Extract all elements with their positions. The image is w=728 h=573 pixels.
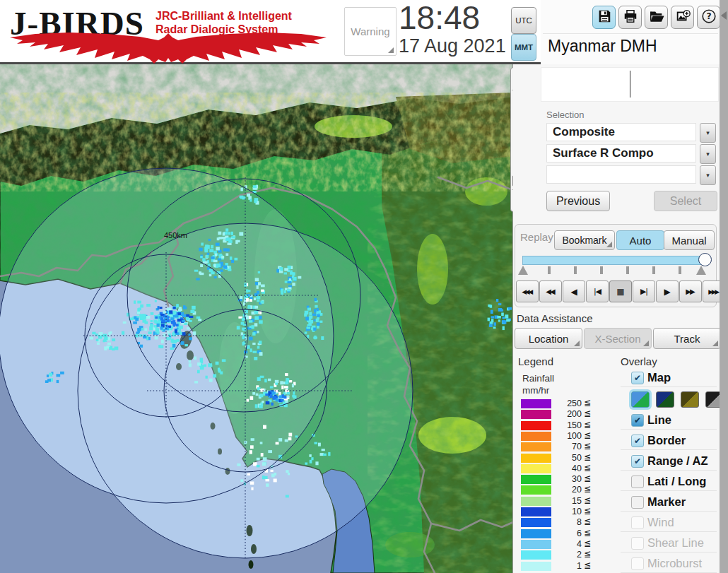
bookmark-button[interactable]: Bookmark <box>554 230 615 250</box>
checkmark-icon: ✔ <box>634 436 641 446</box>
checkmark-icon: ✔ <box>634 415 641 425</box>
step-back-icon: |◀ <box>594 287 601 296</box>
legend-value: 70 <box>552 442 582 451</box>
stop-button[interactable]: ■ <box>609 280 632 302</box>
legend-value: 1 <box>552 561 582 571</box>
overlay-item-range-az: ✔Range / AZ <box>625 454 718 470</box>
side-collapse-strip[interactable] <box>720 0 728 573</box>
legend-row: 30≦ <box>521 475 604 484</box>
radar-map[interactable]: 450km <box>0 64 513 573</box>
rew3-button[interactable]: ◀◀◀ <box>516 280 539 302</box>
help-button[interactable]: ? <box>697 6 720 29</box>
overlay-separator <box>621 552 717 553</box>
jbirds-window: 450km J-BIRDS JRC-Brilliant & Intelligen… <box>0 0 728 573</box>
fwd3-icon: ▶▶▶ <box>710 288 717 295</box>
fwd2-button[interactable]: ▶▶ <box>679 280 702 302</box>
legend-swatch <box>521 550 551 560</box>
legend-value: 150 <box>552 420 582 430</box>
print-button[interactable] <box>618 6 642 29</box>
manual-button[interactable]: Manual <box>664 230 715 250</box>
legend-operator: ≦ <box>584 452 591 462</box>
add-image-button[interactable] <box>671 6 694 29</box>
legend-swatch <box>521 497 551 506</box>
legend-operator: ≦ <box>584 408 591 418</box>
legend-row: 40≦ <box>521 464 604 473</box>
step-back-button[interactable]: |◀ <box>586 280 609 302</box>
logo-tagline-line1: JRC-Brilliant & Intelligent <box>155 9 292 23</box>
replay-slider[interactable] <box>522 256 706 265</box>
selection-dropdown-value: Surface R Compo <box>546 144 696 163</box>
lati-long-checkbox[interactable] <box>631 475 644 488</box>
slider-end-marker[interactable] <box>696 266 706 275</box>
right-panel: Selection Composite▾Surface R Compo▾▾ Pr… <box>513 64 720 573</box>
rew2-button[interactable]: ◀◀ <box>539 280 562 302</box>
legend-swatch <box>521 454 551 463</box>
legend-swatch <box>521 464 551 473</box>
dropdown-arrow-button[interactable]: ▾ <box>700 144 716 164</box>
legend-swatch <box>521 432 551 441</box>
overlay-item-border: ✔Border <box>625 434 718 449</box>
legend-operator: ≦ <box>584 420 591 430</box>
play-icon: ▶ <box>664 287 670 297</box>
legend-swatch <box>521 410 551 419</box>
overlay-item-lati-long: Lati / Long <box>625 475 718 490</box>
legend-operator: ≦ <box>584 430 591 440</box>
print-icon <box>623 8 638 27</box>
map-checkbox[interactable]: ✔ <box>631 372 644 384</box>
legend-row: 250≦ <box>521 399 604 408</box>
track-button[interactable]: Track <box>653 328 721 349</box>
legend-value: 10 <box>552 507 582 516</box>
map-style-terrain-olive-swatch[interactable] <box>681 391 699 408</box>
save-button[interactable] <box>592 6 616 29</box>
save-icon <box>597 8 612 27</box>
legend-value: 20 <box>552 485 582 495</box>
range-az-checkbox[interactable]: ✔ <box>631 455 644 468</box>
overlay-item-wind: Wind <box>625 516 718 531</box>
overlay-item-marker: Marker <box>625 495 718 511</box>
slider-start-marker[interactable] <box>518 266 528 275</box>
legend-operator: ≦ <box>584 560 591 570</box>
marker-checkbox[interactable] <box>631 496 644 509</box>
replay-slider-handle[interactable] <box>698 253 712 266</box>
warning-button[interactable]: Warning <box>344 7 397 56</box>
overlay-item-line: ✔Line <box>625 413 718 429</box>
back-button[interactable]: ◀ <box>563 280 585 302</box>
legend-operator: ≦ <box>584 495 591 505</box>
slider-tick <box>548 266 551 274</box>
map-style-row <box>625 391 718 409</box>
x-section-button[interactable]: X-Section <box>584 328 652 349</box>
border-checkbox[interactable]: ✔ <box>631 435 644 447</box>
slider-tick <box>600 266 603 274</box>
legend-value: 15 <box>552 496 582 506</box>
auto-button[interactable]: Auto <box>616 230 664 250</box>
overlay-label: Overlay <box>621 355 657 367</box>
utc-button[interactable]: UTC <box>511 7 536 34</box>
step-fwd-icon: ▶| <box>640 287 647 296</box>
replay-panel: Replay Bookmark Auto Manual ◀◀◀◀◀◀|◀■▶|▶… <box>515 224 717 307</box>
line-checkbox[interactable]: ✔ <box>631 414 644 427</box>
dropdown-arrow-button[interactable]: ▾ <box>700 165 716 185</box>
collapse-arrow-icon[interactable] <box>721 11 727 20</box>
chevron-down-icon: ▾ <box>706 129 710 136</box>
overlay-item-label: Wind <box>647 516 674 529</box>
step-fwd-button[interactable]: ▶| <box>633 280 655 302</box>
select-button[interactable]: Select <box>654 191 717 211</box>
mmt-button[interactable]: MMT <box>511 34 536 61</box>
open-folder-button[interactable] <box>645 6 668 29</box>
legend-swatch <box>521 485 551 495</box>
location-button[interactable]: Location <box>515 328 582 349</box>
overlay-item-label: Border <box>647 434 686 447</box>
legend-swatch <box>521 562 551 571</box>
overlay-item-label: Lati / Long <box>647 475 706 488</box>
add-image-icon <box>675 8 691 27</box>
help-icon: ? <box>701 8 717 27</box>
map-style-terrain-color-swatch[interactable] <box>631 391 650 408</box>
previous-button[interactable]: Previous <box>546 191 610 211</box>
dropdown-arrow-button[interactable]: ▾ <box>700 123 716 143</box>
fwd2-icon: ▶▶ <box>687 288 693 295</box>
selection-dropdown-value: Composite <box>546 123 696 141</box>
open-folder-icon <box>649 8 664 27</box>
legend-row: 1≦ <box>521 562 604 571</box>
map-style-terrain-dark-swatch[interactable] <box>656 391 674 408</box>
play-button[interactable]: ▶ <box>656 280 679 302</box>
